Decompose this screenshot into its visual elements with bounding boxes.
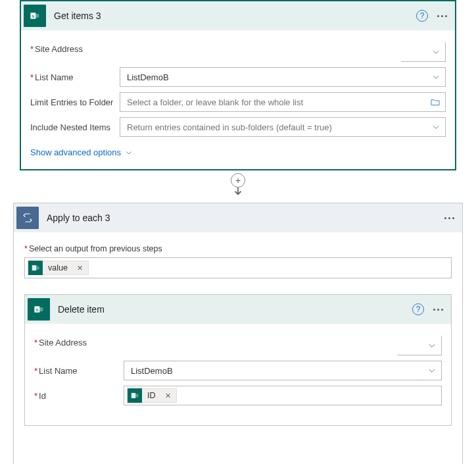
delete-item-card: S Delete item ? *Site Address	[24, 294, 452, 426]
di-list-name-input[interactable]: ListDemoB	[124, 361, 442, 380]
include-nested-row: Include Nested Items Return entries cont…	[30, 117, 446, 137]
sharepoint-icon: S	[28, 298, 50, 321]
list-name-row: *List Name ListDemoB	[30, 67, 446, 87]
apply-each-card: Apply to each 3 *Select an output from p…	[13, 203, 463, 464]
token-label: ID	[142, 391, 160, 400]
chevron-down-icon[interactable]	[427, 366, 437, 375]
list-name-input[interactable]: ListDemoB	[120, 67, 446, 87]
menu-icon[interactable]	[433, 309, 443, 311]
svg-text:S: S	[32, 14, 34, 18]
site-address-row: *Site Address	[30, 42, 446, 62]
get-items-title: Get items 3	[54, 11, 416, 21]
di-id-label: *Id	[34, 391, 124, 401]
sharepoint-icon	[28, 261, 43, 275]
apply-each-header[interactable]: Apply to each 3	[14, 203, 462, 232]
select-output-input[interactable]: value ✕	[24, 257, 452, 278]
include-nested-label: Include Nested Items	[30, 122, 120, 132]
chevron-down-icon[interactable]	[427, 341, 437, 350]
remove-token-icon[interactable]: ✕	[72, 264, 88, 272]
svg-point-7	[39, 307, 43, 312]
chevron-down-icon	[125, 149, 133, 157]
svg-point-9	[135, 394, 139, 398]
connector: +	[7, 170, 469, 199]
svg-point-2	[35, 14, 39, 18]
folder-icon[interactable]	[430, 97, 440, 107]
delete-item-title: Delete item	[58, 304, 412, 315]
show-advanced-link[interactable]: Show advanced options	[30, 147, 133, 157]
sharepoint-icon: S	[24, 5, 46, 27]
value-token[interactable]: value ✕	[28, 261, 89, 275]
di-site-address-row: *Site Address	[34, 336, 442, 355]
sharepoint-icon	[128, 388, 142, 403]
site-address-label: *Site Address	[30, 44, 120, 61]
menu-icon[interactable]	[444, 217, 454, 219]
limit-folder-row: Limit Entries to Folder Select a folder,…	[30, 92, 446, 112]
loop-icon	[16, 207, 39, 229]
apply-each-title: Apply to each 3	[47, 213, 444, 223]
limit-folder-label: Limit Entries to Folder	[30, 97, 120, 107]
svg-point-4	[36, 266, 39, 270]
token-label: value	[43, 263, 72, 272]
chevron-down-icon[interactable]	[431, 122, 440, 132]
menu-icon[interactable]	[437, 15, 447, 17]
remove-token-icon[interactable]: ✕	[160, 392, 176, 400]
di-id-row: *Id ID ✕	[34, 386, 442, 405]
include-nested-input[interactable]: Return entries contained in sub-folders …	[120, 117, 446, 137]
chevron-down-icon[interactable]	[431, 47, 440, 57]
di-list-name-row: *List Name ListDemoB	[34, 361, 442, 380]
di-site-address-label: *Site Address	[34, 338, 124, 354]
add-step-button[interactable]: +	[231, 173, 245, 188]
svg-text:S: S	[36, 307, 38, 312]
id-token[interactable]: ID ✕	[127, 388, 177, 403]
help-icon[interactable]: ?	[416, 10, 428, 22]
show-advanced-label: Show advanced options	[30, 147, 121, 157]
select-output-label: *Select an output from previous steps	[24, 244, 452, 253]
delete-item-header[interactable]: S Delete item ?	[25, 295, 451, 324]
di-id-input[interactable]: ID ✕	[124, 386, 442, 405]
get-items-header[interactable]: S Get items 3 ?	[21, 1, 455, 30]
help-icon[interactable]: ?	[412, 303, 424, 315]
chevron-down-icon[interactable]	[431, 72, 440, 82]
di-list-name-label: *List Name	[34, 366, 124, 376]
get-items-card: S Get items 3 ? *Site Address *List Name	[20, 0, 456, 170]
list-name-label: *List Name	[30, 72, 120, 82]
limit-folder-input[interactable]: Select a folder, or leave blank for the …	[120, 92, 446, 112]
